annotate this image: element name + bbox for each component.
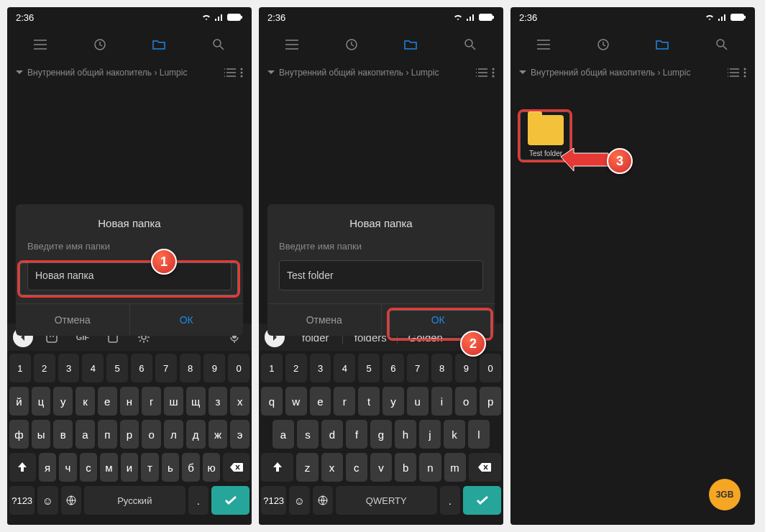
key-м[interactable]: м <box>100 453 118 482</box>
key-9[interactable]: 9 <box>455 354 477 382</box>
key-ы[interactable]: ы <box>32 420 51 449</box>
key-4[interactable]: 4 <box>334 354 355 382</box>
language-key[interactable] <box>61 486 81 515</box>
more-icon[interactable] <box>492 68 495 78</box>
cancel-button[interactable]: Отмена <box>16 304 130 336</box>
period-key[interactable]: . <box>440 486 460 515</box>
key-д[interactable]: д <box>186 420 206 449</box>
key-q[interactable]: q <box>261 387 283 416</box>
key-п[interactable]: п <box>98 420 117 449</box>
key-я[interactable]: я <box>39 453 57 482</box>
key-8[interactable]: 8 <box>180 354 201 382</box>
key-ф[interactable]: ф <box>9 420 29 449</box>
key-6[interactable]: 6 <box>131 354 152 382</box>
key-в[interactable]: в <box>53 420 73 449</box>
storage-fab[interactable]: 3GB <box>709 479 741 510</box>
key-0[interactable]: 0 <box>480 354 501 382</box>
key-2[interactable]: 2 <box>34 354 55 382</box>
key-m[interactable]: m <box>444 453 466 482</box>
key-7[interactable]: 7 <box>155 354 177 382</box>
key-н[interactable]: н <box>120 387 139 416</box>
recent-tab[interactable] <box>582 38 625 51</box>
key-s[interactable]: s <box>297 420 319 449</box>
search-button[interactable] <box>197 38 240 51</box>
key-1[interactable]: 1 <box>9 354 31 382</box>
more-icon[interactable] <box>743 68 746 78</box>
key-ч[interactable]: ч <box>59 453 77 482</box>
key-3[interactable]: 3 <box>58 354 80 382</box>
key-t[interactable]: t <box>358 387 380 416</box>
key-л[interactable]: л <box>164 420 183 449</box>
shift-key[interactable] <box>9 453 36 482</box>
key-й[interactable]: й <box>9 387 29 416</box>
key-6[interactable]: 6 <box>382 354 404 382</box>
key-a[interactable]: a <box>272 420 294 449</box>
key-e[interactable]: e <box>310 387 331 416</box>
key-x[interactable]: x <box>321 453 343 482</box>
folder-tab-active[interactable] <box>641 39 684 50</box>
cancel-button[interactable]: Отмена <box>267 304 382 336</box>
key-8[interactable]: 8 <box>431 354 453 382</box>
key-5[interactable]: 5 <box>358 354 380 382</box>
key-3[interactable]: 3 <box>310 354 331 382</box>
key-v[interactable]: v <box>370 453 392 482</box>
key-ю[interactable]: ю <box>203 453 221 482</box>
list-view-icon[interactable] <box>476 68 487 78</box>
key-n[interactable]: n <box>419 453 441 482</box>
key-х[interactable]: х <box>230 387 249 416</box>
key-b[interactable]: b <box>395 453 416 482</box>
key-т[interactable]: т <box>141 453 159 482</box>
menu-button[interactable] <box>270 40 313 50</box>
key-y[interactable]: y <box>382 387 404 416</box>
key-f[interactable]: f <box>346 420 367 449</box>
key-у[interactable]: у <box>53 387 73 416</box>
more-icon[interactable] <box>240 68 243 78</box>
key-б[interactable]: б <box>182 453 200 482</box>
recent-tab[interactable] <box>78 38 122 51</box>
key-d[interactable]: d <box>321 420 343 449</box>
key-p[interactable]: p <box>480 387 501 416</box>
breadcrumb[interactable]: Внутренний общий накопитель › Lumpic <box>7 62 252 83</box>
menu-button[interactable] <box>522 40 565 50</box>
key-э[interactable]: э <box>230 420 249 449</box>
enter-key[interactable] <box>463 486 501 515</box>
key-u[interactable]: u <box>407 387 429 416</box>
space-key[interactable]: Русский <box>84 486 185 515</box>
key-р[interactable]: р <box>120 420 139 449</box>
search-button[interactable] <box>700 38 743 51</box>
key-з[interactable]: з <box>209 387 228 416</box>
emoji-key[interactable]: ☺ <box>289 486 309 515</box>
emoji-key[interactable]: ☺ <box>37 486 58 515</box>
key-ь[interactable]: ь <box>162 453 180 482</box>
key-0[interactable]: 0 <box>228 354 249 382</box>
breadcrumb[interactable]: Внутренний общий накопитель › Lumpic <box>510 62 755 83</box>
list-view-icon[interactable] <box>224 68 236 78</box>
key-о[interactable]: о <box>142 420 161 449</box>
key-c[interactable]: c <box>346 453 367 482</box>
list-view-icon[interactable] <box>728 68 739 78</box>
period-key[interactable]: . <box>188 486 209 515</box>
key-ш[interactable]: ш <box>164 387 183 416</box>
key-2[interactable]: 2 <box>285 354 307 382</box>
backspace-key[interactable] <box>223 453 249 482</box>
breadcrumb[interactable]: Внутренний общий накопитель › Lumpic <box>259 62 503 83</box>
key-r[interactable]: r <box>334 387 355 416</box>
key-1[interactable]: 1 <box>261 354 283 382</box>
shift-key[interactable] <box>261 453 293 482</box>
enter-key[interactable] <box>211 486 249 515</box>
key-а[interactable]: а <box>75 420 95 449</box>
folder-name-input[interactable] <box>27 260 232 290</box>
key-ц[interactable]: ц <box>32 387 51 416</box>
language-key[interactable] <box>313 486 333 515</box>
menu-button[interactable] <box>19 40 62 50</box>
key-5[interactable]: 5 <box>106 354 128 382</box>
key-w[interactable]: w <box>285 387 307 416</box>
key-l[interactable]: l <box>468 420 490 449</box>
key-ж[interactable]: ж <box>209 420 228 449</box>
key-o[interactable]: o <box>455 387 477 416</box>
space-key[interactable]: QWERTY <box>336 486 437 515</box>
key-4[interactable]: 4 <box>82 354 104 382</box>
folder-tab-active[interactable] <box>137 39 180 50</box>
symbols-key[interactable]: ?123 <box>9 486 35 515</box>
key-щ[interactable]: щ <box>186 387 206 416</box>
